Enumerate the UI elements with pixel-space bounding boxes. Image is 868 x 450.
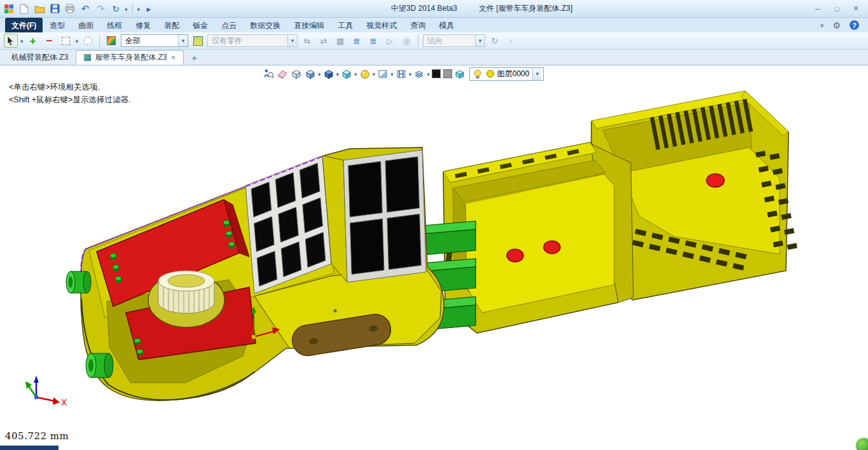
layers-icon[interactable] bbox=[413, 67, 425, 81]
layer-caret-icon[interactable] bbox=[532, 68, 541, 80]
add-pick-icon[interactable] bbox=[26, 34, 40, 48]
pick-tool-icon[interactable] bbox=[4, 34, 18, 48]
pick-tool-caret-icon[interactable] bbox=[20, 36, 24, 45]
world-axis-triad: X bbox=[25, 376, 67, 407]
open-file-icon[interactable] bbox=[33, 3, 46, 15]
menu-shape[interactable]: 造型 bbox=[43, 18, 71, 32]
circle-select-icon[interactable] bbox=[81, 34, 95, 48]
menu-assembly[interactable]: 装配 bbox=[158, 18, 186, 32]
box-select-caret-icon[interactable] bbox=[76, 36, 79, 45]
black-color-swatch[interactable] bbox=[431, 67, 441, 81]
part-filter-value: 仅有零件 bbox=[208, 36, 287, 46]
close-button[interactable]: ✕ bbox=[846, 3, 865, 15]
gray-color-swatch[interactable] bbox=[443, 67, 453, 81]
entity-filter-select[interactable]: 全部 bbox=[121, 34, 188, 47]
transparent-cube-icon[interactable] bbox=[340, 67, 353, 81]
menu-pointcloud[interactable]: 点云 bbox=[215, 18, 243, 32]
pick-scope-icon[interactable] bbox=[191, 34, 205, 48]
run-icon[interactable] bbox=[142, 3, 155, 15]
menu-visual-style[interactable]: 视觉样式 bbox=[360, 18, 403, 32]
undo-icon[interactable] bbox=[79, 3, 92, 15]
window-controls: ─ □ ✕ bbox=[808, 3, 865, 15]
zw3d-window: 中望3D 2014 Beta3 文件 [履带车车身装配体.Z3] ─ □ ✕ 文… bbox=[0, 0, 868, 450]
hidden-line-cube-icon[interactable] bbox=[322, 67, 335, 81]
new-tab-button[interactable] bbox=[184, 50, 205, 65]
app-title: 中望3D 2014 Beta3 bbox=[391, 3, 457, 14]
filter-color-icon[interactable] bbox=[104, 34, 118, 48]
menu-repair[interactable]: 修复 bbox=[129, 18, 157, 32]
customize-caret-icon[interactable] bbox=[137, 4, 141, 13]
statusbar-fragment bbox=[0, 446, 59, 450]
ribbon-tab-bar: 文件(F) 造型 曲面 线框 修复 装配 钣金 点云 数据交换 直接编辑 工具 … bbox=[0, 18, 868, 32]
section-caret-icon[interactable] bbox=[390, 69, 394, 78]
list-icon-2[interactable]: ≣ bbox=[366, 34, 380, 48]
section-view-icon[interactable] bbox=[376, 67, 389, 81]
bulb-icon[interactable] bbox=[472, 67, 483, 81]
assembly-3d-model[interactable]: X bbox=[0, 65, 868, 450]
measurement-readout: 405.722 mm bbox=[5, 430, 69, 442]
probe-icon: ◦ bbox=[504, 34, 518, 48]
cyan-cube-icon[interactable] bbox=[454, 67, 465, 81]
doc-tab-1[interactable]: 机械臂装配体.Z3 bbox=[4, 50, 76, 65]
menu-data-exchange[interactable]: 数据交换 bbox=[244, 18, 287, 32]
entity-filter-caret-icon[interactable] bbox=[178, 35, 188, 46]
menu-tools[interactable]: 工具 bbox=[331, 18, 359, 32]
settings-gear-icon[interactable] bbox=[832, 20, 841, 31]
viewport-hints: <单击右键>环境相关选项. <Shift +鼠标右键>显示选择过滤器. bbox=[9, 81, 130, 106]
maximize-button[interactable]: □ bbox=[827, 3, 846, 15]
menu-direct-edit[interactable]: 直接编辑 bbox=[287, 18, 331, 32]
eraser-icon[interactable] bbox=[276, 67, 289, 81]
regen-caret-icon[interactable] bbox=[125, 4, 128, 13]
red-pin-front-1[interactable] bbox=[507, 249, 523, 262]
transparent-caret-icon[interactable] bbox=[354, 69, 357, 78]
box-select-icon[interactable] bbox=[59, 34, 73, 48]
regen-icon[interactable] bbox=[109, 3, 122, 15]
menu-surface[interactable]: 曲面 bbox=[72, 18, 100, 32]
model-viewport[interactable]: <单击右键>环境相关选项. <Shift +鼠标右键>显示选择过滤器. bbox=[0, 65, 868, 450]
hint-line-1: <单击右键>环境相关选项. bbox=[9, 81, 130, 93]
axle-stub-upper[interactable] bbox=[66, 271, 91, 293]
section-plane-icon[interactable] bbox=[395, 67, 408, 81]
doc-tab-2[interactable]: 履带车车身装配体.Z3 bbox=[76, 50, 184, 65]
x-axis-label: X bbox=[61, 397, 67, 407]
menu-sheetmetal[interactable]: 钣金 bbox=[186, 18, 214, 32]
shaded-cube-icon[interactable] bbox=[304, 67, 317, 81]
minimize-button[interactable]: ─ bbox=[808, 3, 827, 15]
sphere-caret-icon[interactable] bbox=[373, 69, 376, 78]
selection-toolbar: 全部 仅有零件 ⇆ ⇄ ▦ ≣ ≣ ▷ ◎ 法向 ↻ ◦ bbox=[0, 32, 868, 50]
tracked-chassis[interactable] bbox=[66, 147, 444, 400]
hidden-line-caret-icon[interactable] bbox=[336, 69, 340, 78]
ribbon-collapse-icon[interactable] bbox=[820, 21, 824, 30]
layer-select[interactable]: 图层0000 bbox=[469, 67, 544, 81]
help-icon[interactable] bbox=[850, 20, 859, 30]
menu-mold[interactable]: 模具 bbox=[432, 18, 460, 32]
entity-filter-value: 全部 bbox=[121, 36, 178, 46]
red-pin-rear[interactable] bbox=[706, 174, 724, 188]
red-pin-front-2[interactable] bbox=[544, 241, 560, 254]
remove-pick-icon[interactable] bbox=[43, 34, 57, 48]
corner-badge[interactable] bbox=[855, 437, 868, 450]
menu-wireframe[interactable]: 线框 bbox=[100, 18, 128, 32]
new-file-icon[interactable] bbox=[18, 3, 31, 15]
redo-icon[interactable] bbox=[94, 3, 107, 15]
axle-stub-lower[interactable] bbox=[86, 353, 113, 378]
menu-file[interactable]: 文件(F) bbox=[5, 18, 43, 32]
sphere-display-icon[interactable] bbox=[359, 67, 371, 81]
tab-close-icon[interactable] bbox=[171, 53, 176, 62]
person-search-icon[interactable] bbox=[262, 67, 275, 81]
layers-caret-icon[interactable] bbox=[427, 69, 430, 78]
list-icon-1[interactable]: ≣ bbox=[350, 34, 364, 48]
turret-bearing[interactable] bbox=[148, 271, 224, 327]
document-tab-bar: 机械臂装配体.Z3 履带车车身装配体.Z3 bbox=[0, 50, 868, 65]
print-icon[interactable] bbox=[64, 3, 76, 15]
normal-select-caret-icon bbox=[475, 35, 485, 46]
shaded-caret-icon[interactable] bbox=[318, 69, 321, 78]
plane-caret-icon[interactable] bbox=[409, 69, 412, 78]
menu-inquire[interactable]: 查询 bbox=[404, 18, 432, 32]
layer-color-swatch[interactable] bbox=[485, 67, 495, 81]
save-icon[interactable] bbox=[48, 3, 61, 15]
wireframe-cube-icon[interactable] bbox=[290, 67, 303, 81]
doc-tab-2-label: 履带车车身装配体.Z3 bbox=[95, 52, 167, 63]
toolbar-separator bbox=[99, 34, 100, 47]
cab-window-panel-right[interactable] bbox=[343, 150, 426, 282]
